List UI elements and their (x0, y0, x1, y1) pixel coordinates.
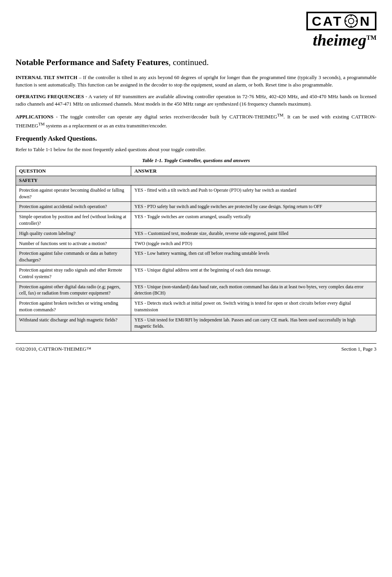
q7: Protection against stray radio signals a… (16, 265, 131, 282)
para-freq-label: OPERATING FREQUENCIES (16, 94, 84, 99)
table-row: Withstand static discharge and high magn… (16, 315, 376, 332)
logo-area: CAT N theimegTM (16, 12, 376, 49)
q2: Protection against accidental switch ope… (16, 202, 131, 212)
theimeg-tm: TM (366, 34, 376, 41)
q9: Protection against broken switches or wi… (16, 298, 131, 315)
a2: YES - PTO safety bar switch and toggle s… (131, 202, 376, 212)
table-row: Protection against broken switches or wi… (16, 298, 376, 315)
svg-rect-5 (356, 21, 358, 22)
table-row: High quality custom labeling? YES – Cust… (16, 228, 376, 238)
table-row: Protection against stray radio signals a… (16, 265, 376, 282)
q4: High quality custom labeling? (16, 228, 131, 238)
svg-point-1 (348, 18, 354, 24)
q10: Withstand static discharge and high magn… (16, 315, 131, 332)
table-row: Protection against accidental switch ope… (16, 202, 376, 212)
table-row: Protection against other digital data ra… (16, 282, 376, 298)
section-label-safety: SAFETY (16, 176, 376, 185)
col-header-question: QUESTION (16, 166, 131, 176)
faq-intro: Refer to Table 1-1 below for the most fr… (16, 146, 376, 154)
gear-icon (344, 14, 358, 28)
para-tilt-label: INTERNAL TILT SWITCH (16, 74, 77, 80)
cattron-text-part1: CAT (312, 14, 343, 28)
q8: Protection against other digital data ra… (16, 282, 131, 298)
table-header-row: QUESTION ANSWER (16, 166, 376, 176)
para-tilt-switch: INTERNAL TILT SWITCH – If the controller… (16, 74, 376, 89)
cattron-text-part2: N (360, 14, 371, 28)
svg-rect-2 (351, 14, 352, 16)
a4: YES – Customized text, moderate size, du… (131, 228, 376, 238)
q6: Protection against false commands or dat… (16, 249, 131, 265)
svg-rect-3 (351, 26, 352, 28)
page-title-continued: , continued. (169, 57, 209, 67)
page-title-bold: Notable Performance and Safety Features (16, 57, 169, 67)
svg-rect-4 (345, 21, 346, 22)
a7: YES - Unique digital address sent at the… (131, 265, 376, 282)
a3: YES - Toggle switches are custom arrange… (131, 212, 376, 229)
a5: TWO (toggle switch and PTO) (131, 238, 376, 249)
faq-table: QUESTION ANSWER SAFETY Protection agains… (16, 166, 376, 332)
para-app-text: - The toggle controller can operate any … (16, 114, 376, 129)
cattron-logo: CAT N (306, 12, 376, 30)
q1: Protection against operator becoming dis… (16, 185, 131, 202)
table-section-safety: SAFETY (16, 176, 376, 185)
page-title: Notable Performance and Safety Features,… (16, 57, 376, 68)
para-frequencies: OPERATING FREQUENCIES - A variety of RF … (16, 93, 376, 108)
para-applications: APPLICATIONS - The toggle controller can… (16, 112, 376, 130)
table-row: Number of functions sent to activate a m… (16, 238, 376, 249)
faq-heading: Frequently Asked Questions. (16, 135, 376, 143)
footer-section: Section 1, Page 3 (341, 346, 376, 352)
table-caption: Table 1-1. Toggle Controller, questions … (16, 157, 376, 164)
a6: YES - Low battery warning, then cut off … (131, 249, 376, 265)
a10: YES - Unit tested for EMI/RFI by indepen… (131, 315, 376, 332)
q5: Number of functions sent to activate a m… (16, 238, 131, 249)
q3: Simple operation by position and feel (w… (16, 212, 131, 229)
table-row: Protection against false commands or dat… (16, 249, 376, 265)
theimeg-logo: theimegTM (16, 31, 376, 49)
footer: ©02/2010, CATTRON-THEIMEG™ Section 1, Pa… (16, 343, 376, 352)
table-row: Protection against operator becoming dis… (16, 185, 376, 202)
a1: YES - fitted with a tilt switch and Push… (131, 185, 376, 202)
col-header-answer: ANSWER (131, 166, 376, 176)
a8: YES - Unique (non-standard) data baud ra… (131, 282, 376, 298)
table-row: Simple operation by position and feel (w… (16, 212, 376, 229)
footer-copyright: ©02/2010, CATTRON-THEIMEG™ (16, 346, 91, 352)
para-app-label: APPLICATIONS (16, 114, 53, 120)
a9: YES - Detects stuck switch at initial po… (131, 298, 376, 315)
